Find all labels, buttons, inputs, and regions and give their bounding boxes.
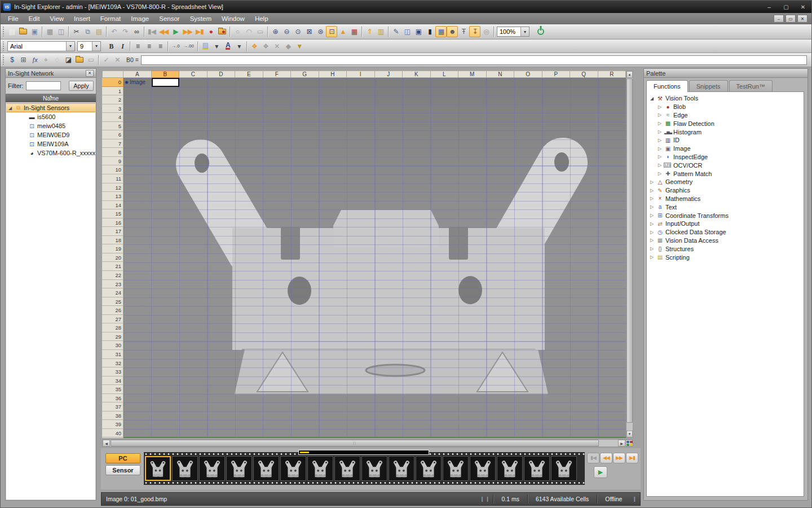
image-thumbnail[interactable]: [226, 456, 252, 481]
image-thumbnail[interactable]: [551, 456, 577, 481]
image-thumbnail[interactable]: [470, 456, 496, 481]
image-thumbnail[interactable]: [172, 456, 198, 481]
expand-arrow-icon[interactable]: ▷: [650, 238, 656, 243]
paste-button[interactable]: ▤: [93, 26, 104, 37]
undo-button[interactable]: ↶: [108, 26, 120, 37]
expand-arrow-icon[interactable]: ▷: [650, 179, 656, 185]
expand-arrow-icon[interactable]: ▷: [658, 138, 664, 143]
mdi-minimize-button[interactable]: –: [774, 15, 784, 23]
insert-snippet-button[interactable]: ❖: [260, 41, 271, 52]
filmstrip-progress-bar[interactable]: [298, 450, 429, 455]
image-display-button[interactable]: ◪: [63, 54, 74, 65]
image-thumbnail[interactable]: [389, 456, 414, 481]
expand-arrow-icon[interactable]: ▷: [650, 255, 656, 260]
row-header[interactable]: 30: [102, 341, 123, 350]
network-item-meiw0485[interactable]: ⊡ meiw0485: [6, 121, 95, 130]
network-item-insight-sensors[interactable]: ◢ ⧉ In-Sight Sensors: [6, 103, 95, 112]
row-header[interactable]: 22: [102, 271, 123, 280]
menu-item[interactable]: Image: [126, 13, 154, 24]
fill-color-button[interactable]: ▨: [200, 41, 211, 52]
expand-arrow-icon[interactable]: ▷: [658, 129, 664, 134]
column-header[interactable]: A: [123, 71, 152, 78]
tab-functions[interactable]: Functions: [646, 80, 688, 92]
menu-item[interactable]: Window: [217, 13, 250, 24]
cut-button[interactable]: ✂: [70, 26, 82, 37]
image-thumbnail[interactable]: [443, 456, 469, 481]
network-item-vs70m-600-r[interactable]: ◕ VS70M-600-R_xxxxxx: [6, 148, 95, 157]
palette-item-inspectedge[interactable]: ▷ ◗ InspectEdge: [647, 153, 804, 161]
import-cells-button[interactable]: ▼: [294, 41, 305, 52]
row-header[interactable]: 14: [102, 201, 123, 210]
image-thumbnail[interactable]: [497, 456, 523, 481]
font-name-select[interactable]: Arial ▾: [7, 41, 75, 51]
insert-rows-button[interactable]: ⇑: [364, 26, 375, 37]
menu-item[interactable]: File: [3, 13, 24, 24]
save-to-sensor-button[interactable]: ↧: [469, 26, 480, 37]
row-header[interactable]: 5: [102, 122, 123, 131]
insert-function-button[interactable]: ƒx: [29, 54, 40, 65]
filmstrip-play-button[interactable]: ▶: [594, 466, 607, 478]
column-header[interactable]: B: [152, 71, 180, 78]
view-selector-icon[interactable]: [625, 440, 633, 446]
scroll-right-icon[interactable]: ▶: [618, 440, 625, 446]
palette-item-pattern-match[interactable]: ▷ ✚ Pattern Match: [647, 169, 804, 178]
menu-item[interactable]: Sensor: [154, 13, 184, 24]
palette-item-input-output[interactable]: ▷ ⇄ Input/Output: [647, 220, 804, 228]
horizontal-scroll-thumb[interactable]: ⁞⁞: [111, 440, 599, 446]
last-image-button[interactable]: ▶▮: [194, 26, 205, 37]
film-last-button[interactable]: ▶▮: [626, 453, 638, 463]
column-header[interactable]: O: [514, 71, 542, 78]
close-button[interactable]: ✕: [796, 2, 810, 11]
online-toggle-button[interactable]: [535, 26, 546, 37]
menu-item[interactable]: Help: [250, 13, 273, 24]
row-header[interactable]: 35: [102, 385, 123, 394]
zoom-in-button[interactable]: ⊕: [270, 26, 281, 37]
row-header[interactable]: 26: [102, 306, 123, 315]
zoom-actual-button[interactable]: ⊙: [292, 26, 303, 37]
row-header[interactable]: 27: [102, 315, 123, 324]
decrease-decimal-button[interactable]: →.0: [170, 41, 182, 52]
zoom-region-button[interactable]: ⊡: [326, 26, 337, 37]
apply-button[interactable]: Apply: [69, 81, 94, 91]
row-header[interactable]: 25: [102, 297, 123, 306]
palette-item-vision-data-access[interactable]: ▷ ▦ Vision Data Access: [647, 237, 804, 245]
film-first-button[interactable]: ▮◀: [587, 453, 599, 463]
row-header[interactable]: 6: [102, 130, 123, 139]
palette-item-coordinate-transforms[interactable]: ▷ ⊞ Coordinate Transforms: [647, 211, 804, 220]
maximize-button[interactable]: ▢: [779, 2, 793, 11]
view-monitor-button[interactable]: ▮: [424, 26, 435, 37]
expand-arrow-icon[interactable]: ▷: [658, 104, 664, 110]
align-center-button[interactable]: ≡: [143, 41, 155, 52]
expand-arrow-icon[interactable]: ▷: [650, 196, 656, 201]
row-header[interactable]: 31: [102, 350, 123, 359]
column-header[interactable]: F: [263, 71, 292, 78]
view-spreadsheet-button[interactable]: ▦: [435, 26, 447, 37]
row-header[interactable]: 11: [102, 174, 123, 183]
zoom-fit-button[interactable]: ⊠: [303, 26, 315, 37]
play-images-button[interactable]: ▶: [170, 26, 181, 37]
font-size-select[interactable]: 9 ▾: [77, 41, 101, 51]
cell-a0[interactable]: ◉ Image: [125, 78, 145, 87]
increase-decimal-button[interactable]: →.00: [182, 41, 196, 52]
column-header[interactable]: R: [598, 71, 626, 78]
palette-item-flaw-detection[interactable]: ▷ ▩ Flaw Detection: [647, 119, 804, 128]
expand-arrow-icon[interactable]: ▷: [650, 230, 656, 235]
select-tool-button[interactable]: ⌖: [40, 54, 51, 65]
sheet-corner-cell[interactable]: [102, 71, 123, 78]
diamond-tool-button[interactable]: ◆: [283, 41, 294, 52]
row-header[interactable]: 15: [102, 209, 123, 218]
column-header[interactable]: D: [208, 71, 236, 78]
film-rewind-button[interactable]: ◀◀: [600, 453, 612, 463]
network-item-meiw0ed9[interactable]: ⊡ MEIW0ED9: [6, 130, 95, 139]
row-header[interactable]: 10: [102, 165, 123, 174]
vertical-scrollbar[interactable]: ▲ ▼: [626, 71, 633, 438]
expand-arrow-icon[interactable]: ▷: [650, 204, 656, 209]
row-header[interactable]: 7: [102, 139, 123, 148]
palette-item-geometry[interactable]: ▷ △ Geometry: [647, 178, 804, 186]
minimize-button[interactable]: –: [762, 2, 776, 11]
palette-item-blob[interactable]: ▷ ● Blob: [647, 103, 804, 111]
palette-item-ocv-ocr[interactable]: ▷ 123 OCV/OCR: [647, 161, 804, 169]
accept-button[interactable]: ✓: [100, 54, 112, 65]
image-adjust-button[interactable]: ▦: [348, 26, 360, 37]
column-header[interactable]: G: [291, 71, 319, 78]
